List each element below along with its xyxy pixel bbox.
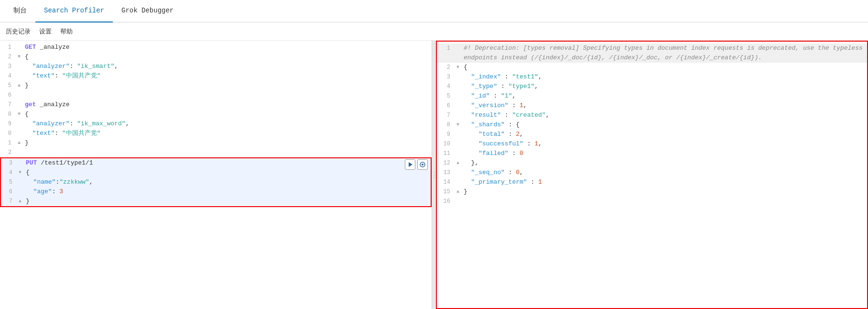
editor-scroll[interactable]: 1 GET _analyze 2 ▼ { 3 "analyzer": "ik_s… — [0, 41, 432, 309]
top-nav: 制台 Search Profiler Grok Debugger — [0, 0, 868, 22]
output-line-2: 2 ▼ { — [437, 63, 867, 72]
output-code-block: 1 #! Deprecation: [types removal] Specif… — [437, 42, 867, 208]
output-line-7: 7 "result" : "created", — [437, 110, 867, 120]
editor-line-14: 4 ▼ { — [1, 168, 431, 177]
editor-line-2: 2 ▼ { — [0, 52, 432, 62]
editor-code-block: 1 GET _analyze 2 ▼ { 3 "analyzer": "ik_s… — [0, 41, 432, 209]
settings-button[interactable]: 设置 — [39, 27, 52, 36]
copy-button[interactable] — [417, 159, 428, 170]
editor-line-5: 5 ▲ } — [0, 81, 432, 90]
editor-line-12: 2 — [0, 148, 432, 157]
editor-line-1: 1 GET _analyze — [0, 43, 432, 52]
editor-line-7: 7 get _analyze — [0, 100, 432, 110]
secondary-toolbar: 历史记录 设置 帮助 — [0, 22, 868, 41]
output-scroll[interactable]: 1 #! Deprecation: [types removal] Specif… — [437, 42, 867, 308]
output-line-10: 10 "successful" : 1, — [437, 139, 867, 149]
editor-line-8: 8 ▼ { — [0, 110, 432, 119]
editor-line-3: 3 "analyzer": "ik_smart", — [0, 62, 432, 71]
help-button[interactable]: 帮助 — [60, 27, 73, 36]
main-area: 1 GET _analyze 2 ▼ { 3 "analyzer": "ik_s… — [0, 41, 868, 309]
output-line-16: 16 — [437, 197, 867, 206]
editor-line-9: 9 "analyzer": "ik_max_word", — [0, 119, 432, 129]
output-line-6: 6 "_version" : 1, — [437, 101, 867, 110]
tab-grok-debugger[interactable]: Grok Debugger — [113, 0, 182, 22]
panel-divider[interactable]: ⋮ — [432, 41, 436, 309]
output-line-5: 5 "_id" : "1", — [437, 91, 867, 101]
editor-line-15: 5 "name":"zzkkww", — [1, 177, 431, 187]
output-line-13: 13 "_seq_no" : 0, — [437, 168, 867, 177]
editor-line-4: 4 "text": "中国共产党" — [0, 71, 432, 81]
action-buttons — [405, 159, 428, 170]
svg-marker-0 — [409, 162, 412, 167]
editor-line-10: 0 "text": "中国共产党" — [0, 129, 432, 138]
output-line-4: 4 "_type" : "type1", — [437, 82, 867, 91]
editor-line-11: 1 ▲ } — [0, 138, 432, 148]
output-line-14: 14 "_primary_term" : 1 — [437, 177, 867, 187]
output-line-15: 15 ▲ } — [437, 187, 867, 197]
tab-console[interactable]: 制台 — [5, 0, 35, 22]
output-line-8: 8 ▼ "_shards" : { — [437, 120, 867, 130]
editor-line-17: 7 ▲ } — [1, 197, 431, 206]
svg-point-2 — [422, 164, 423, 166]
output-line-9: 9 "total" : 2, — [437, 130, 867, 139]
output-line-12: 12 ▲ }, — [437, 158, 867, 168]
editor-line-16: 6 "age": 3 — [1, 187, 431, 197]
run-button[interactable] — [405, 159, 415, 170]
output-panel: 1 #! Deprecation: [types removal] Specif… — [436, 41, 868, 309]
selected-block: 3 PUT /test1/type1/1 4 ▼ { 5 "name — [0, 157, 432, 207]
tab-search-profiler[interactable]: Search Profiler — [35, 0, 113, 22]
editor-line-6: 6 — [0, 90, 432, 100]
output-line-1: 1 #! Deprecation: [types removal] Specif… — [437, 44, 867, 63]
editor-panel: 1 GET _analyze 2 ▼ { 3 "analyzer": "ik_s… — [0, 41, 432, 309]
output-line-3: 3 "_index" : "test1", — [437, 72, 867, 82]
editor-line-13: 3 PUT /test1/type1/1 — [1, 158, 431, 168]
output-line-11: 11 "failed" : 0 — [437, 149, 867, 158]
history-button[interactable]: 历史记录 — [6, 27, 31, 36]
